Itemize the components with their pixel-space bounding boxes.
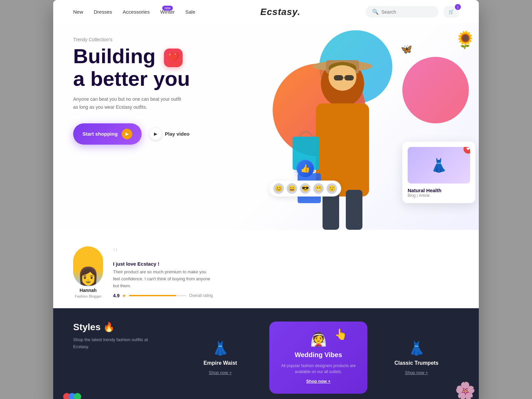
cart-badge: 1 <box>455 4 461 10</box>
classic-trumpets-link[interactable]: Shop now + <box>405 370 428 375</box>
empire-waist-title: Empire Waist <box>203 360 237 366</box>
hero-section: 🌻 Trendy Collection's Building ❤️ a bett… <box>53 24 479 230</box>
empire-waist-card: 👗 Empire Waist Shop now + <box>171 322 269 394</box>
wedding-vibes-desc: All popular fashion designers products a… <box>277 363 359 375</box>
browser-frame: New Dresses Accessories new Winter Sale … <box>53 0 479 399</box>
card-subtitle: Blog | Article <box>408 193 470 198</box>
natural-health-card: 👗 ❤ Natural Health Blog | Article <box>402 142 475 203</box>
search-box[interactable]: 🔍 <box>365 6 439 18</box>
svg-rect-8 <box>344 75 354 80</box>
avatar-1: 😊 <box>273 183 285 195</box>
hero-actions: Start shopping ▶ ▶ Play video <box>73 123 239 145</box>
play-circle-icon: ▶ <box>122 129 132 139</box>
classic-trumpets-card: 👗 Classic Trumpets Shop now + <box>367 322 466 394</box>
wedding-vibes-card: 👰 Wedding Vibes All popular fashion desi… <box>269 322 367 394</box>
nav-item-accessories[interactable]: Accessories <box>123 9 150 15</box>
new-badge: new <box>162 6 173 11</box>
play-video-button[interactable]: ▶ Play video <box>150 128 190 140</box>
card-heart-icon: ❤ <box>464 147 470 154</box>
blob-pink <box>402 57 469 123</box>
start-shopping-label: Start shopping <box>82 131 118 137</box>
circle-green <box>74 393 81 399</box>
start-shopping-button[interactable]: Start shopping ▶ <box>73 123 142 145</box>
card-title: Natural Health <box>408 188 470 193</box>
styles-description: Shop the latest trendy fashion outfits a… <box>73 336 165 350</box>
play-video-label: Play video <box>165 131 190 137</box>
thumbs-up-icon: 👍 <box>297 160 314 177</box>
styles-title: Styles 🔥 <box>73 322 165 332</box>
heart-icon: ❤️ <box>164 49 183 67</box>
nav-links: New Dresses Accessories new Winter Sale <box>73 9 195 15</box>
flower-icon: 🌼 <box>97 246 103 252</box>
testimonial-body: Their product are so much premium to mak… <box>113 269 213 289</box>
avatar-3: 😎 <box>299 183 311 195</box>
person-avatar: 👩 🌼 <box>73 246 103 286</box>
finger-pointer-icon: 👆 <box>334 328 347 340</box>
svg-rect-3 <box>346 190 362 230</box>
nav-item-new[interactable]: New <box>73 9 83 15</box>
hero-visual: 🦋 <box>253 24 479 230</box>
classic-trumpets-title: Classic Trumpets <box>394 360 439 366</box>
star-icon: ★ <box>122 293 126 298</box>
testimonial-title: I just love Ecstacy ! <box>113 261 213 267</box>
card-image: 👗 ❤ <box>408 147 470 184</box>
color-circles-decoration <box>63 393 81 399</box>
testimonial-text: " I just love Ecstacy ! Their product ar… <box>113 246 213 298</box>
bottom-section: Styles 🔥 Shop the latest trendy fashion … <box>53 308 479 399</box>
rating-number: 4.9 <box>113 293 119 298</box>
hero-title: Building ❤️ a better you <box>73 45 239 90</box>
person-name: Hannah <box>79 288 96 293</box>
hero-model <box>279 37 406 230</box>
cart-button[interactable]: 🛒 1 <box>444 6 459 18</box>
avatar-group: 😊 😄 😎 😁 🙂 <box>269 181 341 197</box>
hero-title-line2: a better you <box>73 67 190 90</box>
butterfly-decoration: 🦋 <box>401 44 412 55</box>
dress-icon-blue: 👗 <box>408 340 425 356</box>
wedding-vibes-link[interactable]: Shop now + <box>306 379 331 384</box>
quote-mark: " <box>113 246 213 260</box>
navbar: New Dresses Accessories new Winter Sale … <box>53 0 479 24</box>
nav-item-dresses[interactable]: Dresses <box>94 9 112 15</box>
avatar-2: 😄 <box>286 183 298 195</box>
rating-row: 4.9 ★ Overall rating <box>113 293 213 298</box>
search-input[interactable] <box>381 9 432 15</box>
rating-label: Overall rating <box>189 293 213 298</box>
card-model-icon: 👗 <box>431 158 447 173</box>
hero-title-line1: Building <box>73 45 156 67</box>
dots-decoration: · · · ·· · · ·· · · ·· · · · <box>391 335 406 356</box>
play-icon: ▶ <box>150 128 162 140</box>
search-icon: 🔍 <box>372 9 379 15</box>
hero-subtitle: Trendy Collection's <box>73 37 239 42</box>
nav-right: 🔍 🛒 1 <box>365 6 459 18</box>
logo: Ecstasy. <box>195 7 365 17</box>
person-role: Fashion Blogger <box>75 294 101 298</box>
nav-item-sale[interactable]: Sale <box>185 9 195 15</box>
testimonial-person: 👩 🌼 Hannah Fashion Blogger <box>73 246 103 298</box>
styles-block: Styles 🔥 Shop the latest trendy fashion … <box>73 322 171 394</box>
empire-waist-link[interactable]: Shop now + <box>209 370 232 375</box>
dress-icon-green: 👗 <box>212 340 229 356</box>
hero-description: Anyone can beat you but no one can beat … <box>73 95 186 111</box>
rating-bar <box>129 295 186 296</box>
pink-flower-decoration: 🌸 <box>455 381 475 399</box>
model-svg <box>283 44 402 230</box>
testimonial-section: 👩 🌼 Hannah Fashion Blogger " I just love… <box>53 236 479 308</box>
social-interaction-group: 👍 😊 😄 😎 😁 🙂 <box>269 160 341 197</box>
wedding-vibes-title: Wedding Vibes <box>295 351 342 359</box>
avatar-4: 😁 <box>313 183 325 195</box>
svg-rect-7 <box>334 75 343 80</box>
dress-icon-white: 👰 <box>310 332 327 347</box>
avatar-5: 🙂 <box>326 183 338 195</box>
hero-content: Trendy Collection's Building ❤️ a better… <box>73 37 239 145</box>
